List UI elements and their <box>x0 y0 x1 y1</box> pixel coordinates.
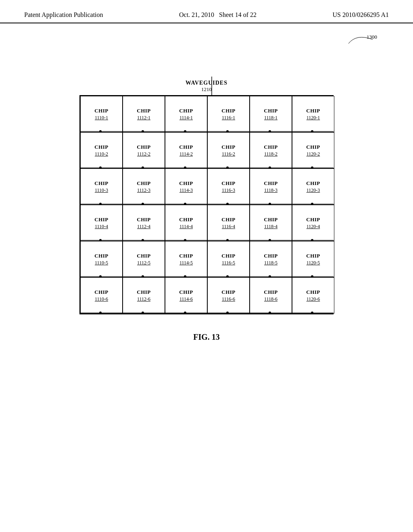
chip-cell-r1-c3: CHIP1114-1 <box>165 96 207 132</box>
header-left: Patent Application Publication <box>24 11 103 19</box>
chip-id-r1-c3: 1114-1 <box>179 115 193 121</box>
chip-id-r6-c2: 1112-6 <box>137 296 150 302</box>
chip-cell-r6-c2: CHIP1112-6 <box>123 277 165 314</box>
chip-cell-r6-c4: CHIP1116-6 <box>207 277 250 314</box>
chip-label-r4-c5: CHIP <box>264 216 278 223</box>
chip-cell-r6-c3: CHIP1114-6 <box>165 277 207 314</box>
chip-cell-r1-c4: CHIP1116-1 <box>207 96 250 132</box>
chip-label-r5-c4: CHIP <box>221 253 236 259</box>
chip-label-r6-c3: CHIP <box>179 289 193 295</box>
chip-cell-r4-c2: CHIP1112-4 <box>123 205 165 241</box>
chip-cell-r4-c1: CHIP1110-4 <box>80 205 123 241</box>
chip-id-r1-c5: 1118-1 <box>264 115 277 121</box>
chip-id-r4-c1: 1110-4 <box>95 224 108 230</box>
chip-label-r6-c2: CHIP <box>137 289 151 295</box>
chip-id-r2-c2: 1112-2 <box>137 151 150 157</box>
chip-id-r6-c4: 1116-6 <box>222 296 235 302</box>
chip-label-r3-c4: CHIP <box>221 180 236 187</box>
chip-id-r3-c3: 1114-3 <box>179 187 193 193</box>
chip-cell-r1-c1: CHIP1110-1 <box>80 96 123 132</box>
diagram-area: WAVEGUIDES 1210 <box>24 80 389 342</box>
chip-cell-r6-c1: CHIP1110-6 <box>80 277 123 314</box>
chip-cell-r5-c6: CHIP1120-5 <box>292 241 334 277</box>
chip-label-r1-c2: CHIP <box>137 108 151 114</box>
chip-cell-r4-c5: CHIP1118-4 <box>250 205 292 241</box>
chip-id-r5-c2: 1112-5 <box>137 260 150 266</box>
chip-label-r5-c1: CHIP <box>94 253 108 259</box>
chip-label-r2-c2: CHIP <box>137 144 151 150</box>
chip-id-r1-c1: 1110-1 <box>95 115 108 121</box>
chip-label-r6-c5: CHIP <box>264 289 278 295</box>
chip-id-r4-c5: 1118-4 <box>264 224 277 230</box>
chip-cell-r6-c5: CHIP1118-6 <box>250 277 292 314</box>
chip-id-r2-c5: 1118-2 <box>264 151 277 157</box>
chip-label-r5-c3: CHIP <box>179 253 193 259</box>
chip-id-r3-c2: 1112-3 <box>137 187 150 193</box>
chip-cell-r3-c4: CHIP1116-3 <box>207 168 250 205</box>
waveguides-label-area: WAVEGUIDES 1210 <box>186 80 227 93</box>
chip-label-r2-c3: CHIP <box>179 144 193 150</box>
grid-container: CHIP1110-1CHIP1112-1CHIP1114-1CHIP1116-1… <box>79 95 334 314</box>
chip-cell-r5-c4: CHIP1116-5 <box>207 241 250 277</box>
chip-id-r5-c3: 1114-5 <box>179 260 193 266</box>
chip-label-r3-c3: CHIP <box>179 180 193 187</box>
chip-id-r5-c4: 1116-5 <box>222 260 235 266</box>
chip-cell-r5-c3: CHIP1114-5 <box>165 241 207 277</box>
chip-id-r3-c5: 1118-3 <box>264 187 277 193</box>
chip-label-r4-c1: CHIP <box>94 216 108 223</box>
chip-id-r2-c1: 1110-2 <box>95 151 108 157</box>
chip-label-r3-c2: CHIP <box>137 180 151 187</box>
chip-id-r1-c2: 1112-1 <box>137 115 150 121</box>
chip-id-r1-c6: 1120-1 <box>307 115 320 121</box>
chip-cell-r1-c6: CHIP1120-1 <box>292 96 334 132</box>
chip-cell-r4-c6: CHIP1120-4 <box>292 205 334 241</box>
chip-cell-r5-c5: CHIP1118-5 <box>250 241 292 277</box>
chip-id-r6-c1: 1110-6 <box>95 296 108 302</box>
main-content: 1300 WAVEGUIDES 1210 <box>0 23 413 354</box>
chip-id-r6-c5: 1118-6 <box>264 296 277 302</box>
header-center-date: Oct. 21, 2010 Sheet 14 of 22 <box>179 11 257 19</box>
chip-id-r4-c2: 1112-4 <box>137 224 150 230</box>
chip-id-r5-c5: 1118-5 <box>264 260 277 266</box>
fig-label: FIG. 13 <box>193 332 220 342</box>
chip-id-r2-c3: 1114-2 <box>179 151 193 157</box>
chip-cell-r1-c2: CHIP1112-1 <box>123 96 165 132</box>
chip-cell-r5-c1: CHIP1110-5 <box>80 241 123 277</box>
chip-label-r4-c3: CHIP <box>179 216 193 223</box>
chip-label-r4-c6: CHIP <box>306 216 320 223</box>
chip-id-r6-c3: 1114-6 <box>179 296 193 302</box>
chip-label-r3-c1: CHIP <box>94 180 108 187</box>
chip-label-r4-c2: CHIP <box>137 216 151 223</box>
chip-label-r1-c4: CHIP <box>221 108 236 114</box>
chip-label-r5-c2: CHIP <box>137 253 151 259</box>
chip-id-r3-c4: 1116-3 <box>222 187 235 193</box>
chip-cell-r1-c5: CHIP1118-1 <box>250 96 292 132</box>
chip-cell-r3-c5: CHIP1118-3 <box>250 168 292 205</box>
chip-cell-r2-c3: CHIP1114-2 <box>165 132 207 168</box>
chip-cell-r2-c1: CHIP1110-2 <box>80 132 123 168</box>
waveguides-label: WAVEGUIDES <box>186 80 227 86</box>
chip-label-r2-c5: CHIP <box>264 144 278 150</box>
chip-id-r4-c6: 1120-4 <box>307 224 320 230</box>
chip-cell-r2-c6: CHIP1120-2 <box>292 132 334 168</box>
header-right: US 2010/0266295 A1 <box>332 11 389 19</box>
chip-label-r3-c5: CHIP <box>264 180 278 187</box>
chip-id-r5-c1: 1110-5 <box>95 260 108 266</box>
chip-grid: CHIP1110-1CHIP1112-1CHIP1114-1CHIP1116-1… <box>79 95 334 314</box>
chip-label-r4-c4: CHIP <box>221 216 236 223</box>
chip-id-r4-c4: 1116-4 <box>222 224 235 230</box>
chip-id-r3-c6: 1120-3 <box>307 187 320 193</box>
chip-cell-r4-c3: CHIP1114-4 <box>165 205 207 241</box>
chip-cell-r3-c2: CHIP1112-3 <box>123 168 165 205</box>
chip-label-r2-c4: CHIP <box>221 144 236 150</box>
page-header: Patent Application Publication Oct. 21, … <box>0 0 413 23</box>
chip-label-r2-c6: CHIP <box>306 144 320 150</box>
chip-cell-r6-c6: CHIP1120-6 <box>292 277 334 314</box>
chip-label-r1-c5: CHIP <box>264 108 278 114</box>
chip-label-r6-c4: CHIP <box>221 289 236 295</box>
chip-cell-r3-c1: CHIP1110-3 <box>80 168 123 205</box>
svg-text:1300: 1300 <box>367 34 377 40</box>
chip-label-r6-c1: CHIP <box>94 289 108 295</box>
chip-cell-r2-c5: CHIP1118-2 <box>250 132 292 168</box>
chip-cell-r4-c4: CHIP1116-4 <box>207 205 250 241</box>
